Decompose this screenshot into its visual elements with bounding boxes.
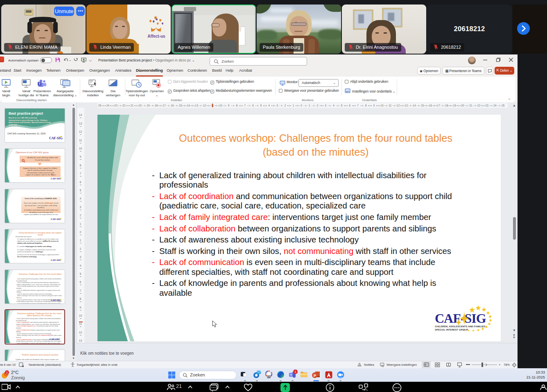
svg-text:1: 1	[6, 371, 8, 374]
svg-text:M365: M365	[267, 376, 271, 378]
svg-text:zoom: zoom	[339, 376, 342, 378]
svg-text:SPECIAL INTEREST GROUP: SPECIAL INTEREST GROUP	[435, 329, 468, 331]
svg-text:T: T	[290, 374, 292, 376]
svg-text:P: P	[314, 373, 316, 378]
svg-text:CHILDREN, ADOLESCENTS AND FAMI: CHILDREN, ADOLESCENTS AND FAMILIES	[435, 325, 485, 328]
